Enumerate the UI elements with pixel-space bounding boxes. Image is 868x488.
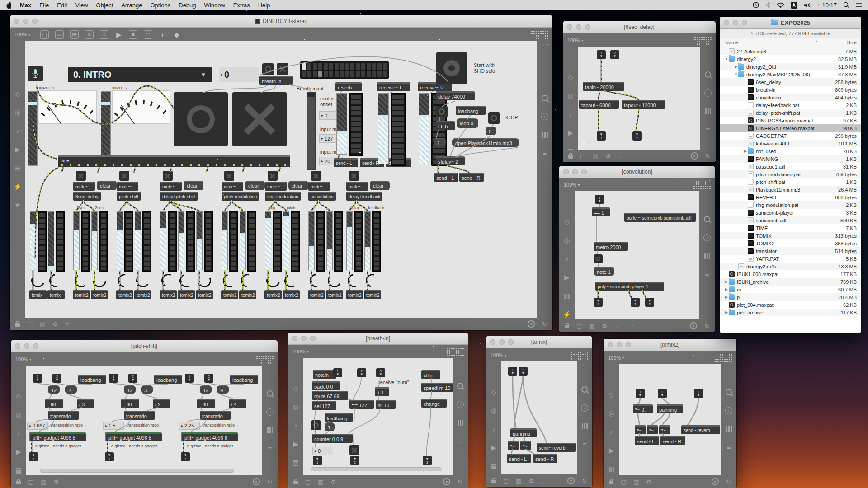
menu-window[interactable]: Window bbox=[200, 2, 229, 9]
compass-icon[interactable] bbox=[691, 152, 698, 160]
file-row[interactable]: GADGET.PAT296 bytes bbox=[720, 132, 861, 140]
zoom-control[interactable]: 100%▾ bbox=[564, 182, 580, 188]
led-cell[interactable] bbox=[350, 63, 354, 70]
bang-button[interactable] bbox=[594, 254, 603, 263]
video-icon[interactable]: ▶ bbox=[293, 441, 298, 447]
refresh-icon[interactable]: ↻ bbox=[267, 479, 272, 485]
dial[interactable] bbox=[196, 272, 213, 289]
audio-icon[interactable]: ♪ bbox=[609, 428, 613, 435]
bang-button[interactable] bbox=[488, 112, 500, 124]
video-icon[interactable]: ▶ bbox=[491, 444, 496, 451]
select-icon[interactable]: ▢ bbox=[27, 321, 33, 328]
list-icon[interactable]: ≡ bbox=[705, 271, 709, 277]
message-box[interactable]: 0 bbox=[486, 127, 496, 135]
target-icon[interactable]: ◎ bbox=[292, 404, 298, 410]
zoom-control[interactable]: 100%▾ bbox=[15, 357, 31, 362]
grid-dots-icon[interactable] bbox=[715, 354, 733, 362]
dial[interactable] bbox=[90, 271, 109, 290]
dial[interactable] bbox=[135, 273, 151, 289]
lock-icon[interactable] bbox=[609, 481, 613, 484]
close-button[interactable] bbox=[567, 24, 572, 30]
cube-icon[interactable]: ◇ bbox=[609, 391, 614, 398]
info-icon[interactable]: i bbox=[581, 404, 588, 412]
compass-icon[interactable] bbox=[528, 320, 535, 328]
minimize-button[interactable] bbox=[499, 339, 505, 345]
compass-icon[interactable] bbox=[690, 322, 697, 329]
number-box[interactable]: ▸0 bbox=[312, 447, 333, 455]
slider[interactable] bbox=[91, 211, 98, 270]
zoom-button[interactable] bbox=[310, 336, 316, 341]
titlebar[interactable]: [convolution] bbox=[559, 166, 715, 178]
slider[interactable] bbox=[30, 211, 36, 270]
refresh-icon[interactable]: ↻ bbox=[726, 479, 731, 485]
grid-icon[interactable]: ▥ bbox=[318, 479, 323, 485]
dial[interactable] bbox=[29, 272, 47, 289]
file-row[interactable]: REVERB688 bytes bbox=[720, 193, 861, 201]
disclosure-triangle[interactable]: ▶ bbox=[724, 295, 729, 299]
menu-view[interactable]: View bbox=[71, 2, 92, 9]
horizontal-scrollbar[interactable] bbox=[311, 467, 442, 471]
info-icon[interactable]: i bbox=[266, 408, 274, 416]
list-icon[interactable]: ≡ bbox=[65, 321, 69, 328]
toggle[interactable] bbox=[349, 171, 359, 181]
reference-icon[interactable] bbox=[705, 108, 711, 114]
dial[interactable] bbox=[221, 272, 239, 290]
comment-icon[interactable]: ▤ bbox=[70, 30, 79, 39]
video-icon[interactable]: ▶ bbox=[564, 274, 570, 281]
zoom-button[interactable] bbox=[32, 19, 38, 24]
file-row[interactable]: ▶m60.7 MB bbox=[720, 286, 861, 293]
dial[interactable] bbox=[74, 273, 90, 289]
finder-titlebar[interactable]: EXPO2025 bbox=[720, 17, 861, 29]
close-button[interactable] bbox=[14, 19, 19, 24]
slider[interactable] bbox=[160, 211, 166, 270]
led-cell[interactable] bbox=[350, 71, 354, 77]
file-row[interactable]: dinergy2.m4a13.3 MB bbox=[720, 263, 861, 270]
file-row[interactable]: delay+pitch-shift.pat1 KB bbox=[720, 109, 861, 117]
led-cell[interactable] bbox=[367, 71, 371, 77]
toggle-icon[interactable]: ✕ bbox=[85, 30, 94, 39]
dial[interactable] bbox=[326, 272, 343, 289]
lock-icon[interactable] bbox=[565, 325, 569, 328]
led-cell[interactable] bbox=[377, 63, 382, 70]
message-box[interactable]: loop 0 bbox=[457, 118, 478, 128]
list-icon[interactable]: ≡ bbox=[727, 444, 731, 450]
close-button[interactable] bbox=[292, 336, 297, 341]
info-icon[interactable]: i bbox=[703, 234, 711, 241]
dial[interactable] bbox=[345, 272, 364, 290]
reference-icon[interactable] bbox=[582, 423, 588, 429]
led-cell[interactable] bbox=[367, 63, 371, 70]
audition-icon[interactable]: ◆ bbox=[173, 31, 180, 38]
list-icon[interactable]: ≡ bbox=[706, 126, 710, 133]
menu-edit[interactable]: Edit bbox=[53, 2, 71, 9]
dial[interactable] bbox=[283, 272, 300, 289]
file-row[interactable]: Playback11min.mp326.4 MB bbox=[720, 186, 861, 193]
refresh-icon[interactable]: ↻ bbox=[705, 153, 710, 160]
lock-icon[interactable] bbox=[568, 155, 573, 159]
dial[interactable] bbox=[264, 272, 283, 290]
message-box[interactable]: clear bbox=[97, 181, 117, 190]
slider[interactable] bbox=[419, 93, 429, 164]
dial-icon[interactable]: ◠ bbox=[144, 30, 152, 39]
led-cell[interactable] bbox=[361, 63, 365, 70]
reference-icon[interactable] bbox=[267, 427, 273, 433]
settings-icon[interactable]: ⚙ bbox=[606, 153, 611, 160]
file-row[interactable]: IBUKI_008.maxpat177 KB bbox=[720, 270, 861, 278]
grid-dots-icon[interactable] bbox=[693, 181, 711, 189]
image-icon[interactable]: ▦ bbox=[564, 292, 570, 299]
file-row[interactable]: ▶pict_archive117 KB bbox=[720, 309, 861, 316]
message-box[interactable]: clear bbox=[184, 181, 203, 190]
slider[interactable] bbox=[73, 211, 80, 270]
apple-menu[interactable] bbox=[0, 2, 16, 9]
list-icon[interactable]: ≡ bbox=[458, 437, 462, 444]
refresh-icon[interactable]: ↻ bbox=[542, 321, 547, 328]
zoom-control[interactable]: 100%▾ bbox=[608, 355, 624, 361]
refresh-icon[interactable]: ↻ bbox=[458, 479, 462, 485]
disclosure-triangle[interactable]: ▶ bbox=[743, 149, 748, 153]
bang-button[interactable] bbox=[311, 420, 321, 430]
file-row[interactable]: ▶IBUKI_archive769 KB bbox=[720, 278, 861, 286]
list-icon[interactable]: ≡ bbox=[543, 150, 547, 156]
target-icon[interactable]: ◎ bbox=[564, 237, 570, 244]
search-icon[interactable] bbox=[705, 71, 711, 78]
dial[interactable] bbox=[115, 271, 134, 290]
file-row[interactable]: ring-modulation.pat2 KB bbox=[720, 201, 861, 209]
